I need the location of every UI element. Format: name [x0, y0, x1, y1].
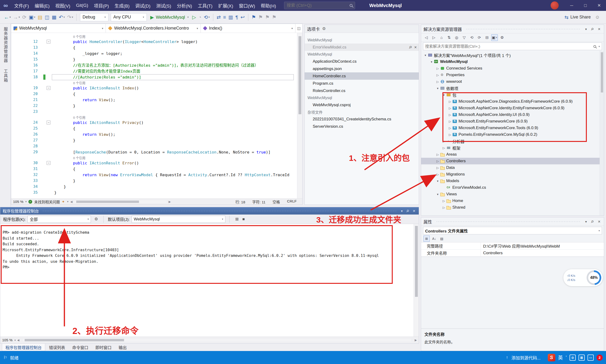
expander-icon[interactable]: ▷	[448, 106, 452, 110]
save-icon[interactable]: ◫	[43, 13, 51, 22]
home-icon[interactable]: ⌂	[438, 34, 445, 41]
tool-window-tab[interactable]: 输出	[115, 344, 130, 351]
net-speed-widget[interactable]: ↑0 K/s ↓0 K/s 48%	[563, 269, 603, 286]
menu-item[interactable]: 生成(B)	[112, 0, 132, 11]
code-line[interactable]: 13 {	[11, 45, 302, 51]
fold-collapse-icon[interactable]: −	[47, 86, 50, 90]
menu-item[interactable]: 分析(N)	[174, 0, 195, 11]
scrollbar-thumb[interactable]	[76, 201, 139, 203]
collapse-all-icon[interactable]: ⊟	[484, 34, 490, 41]
selected-object-dropdown[interactable]: Controllers 文件夹属性 ▾	[423, 227, 602, 234]
pending-changes-icon[interactable]: ◎	[453, 34, 460, 41]
code-line[interactable]: 16 //在方法名上方添加：[Authorize(Roles ="admin")…	[11, 63, 302, 68]
start-debugging-button[interactable]: ▶ WebMvcMysql ▾	[148, 13, 191, 22]
keyboard-icon[interactable]: ▦	[579, 354, 585, 361]
tree-item[interactable]: ErrorViewModel.cs	[421, 184, 604, 191]
tab-item[interactable]: WebMvcMysql.csproj	[305, 101, 419, 109]
menu-item[interactable]: 窗口(W)	[236, 0, 258, 11]
expander-icon[interactable]: ▷	[448, 133, 452, 136]
menu-item[interactable]: Git(G)	[73, 0, 91, 11]
comment-lines-icon[interactable]: ▥	[227, 13, 234, 22]
type-dropdown[interactable]: WebMvcMysql.Controllers.HomeContro ▾	[106, 24, 201, 33]
menu-item[interactable]: 项目(P)	[91, 0, 112, 11]
redo-icon[interactable]: ↷▾	[66, 13, 74, 22]
forward-icon[interactable]: ▷	[431, 34, 437, 41]
drag-handle[interactable]	[466, 28, 580, 30]
scrollbar-thumb[interactable]	[415, 226, 418, 297]
menu-item[interactable]: 工具(T)	[195, 0, 215, 11]
sogou-ime-icon[interactable]: S	[548, 354, 555, 361]
rail-tab[interactable]: 服务器资源管理器	[2, 27, 8, 63]
code-line[interactable]: 34 }	[11, 184, 302, 190]
expander-icon[interactable]: ▷	[435, 67, 440, 70]
expander-icon[interactable]: ▾	[442, 93, 446, 97]
package-source-dropdown[interactable]: 全部 ▾	[27, 216, 91, 223]
new-window-icon[interactable]: ▣▾	[28, 13, 37, 22]
scroll-left-icon[interactable]: ◀	[70, 200, 72, 203]
code-area[interactable]: 0 个引用12− public HomeController(ILogger<H…	[11, 33, 302, 198]
console-horizontal-scrollbar[interactable]	[23, 339, 411, 341]
tab-item[interactable]: ServerVersion.cs	[305, 123, 419, 130]
line-ending-indicator[interactable]: CRLF	[287, 199, 296, 204]
chevron-down-icon[interactable]: ▾	[584, 27, 588, 31]
scroll-left-icon[interactable]: ◀	[17, 338, 19, 342]
codelens-references[interactable]: 0 个引用	[73, 115, 85, 120]
pin-icon[interactable]: ⚲	[405, 208, 410, 214]
drag-handle[interactable]	[436, 221, 580, 222]
menu-item[interactable]: 视图(V)	[53, 0, 73, 11]
tree-item[interactable]: ▷Microsoft.AspNetCore.Identity.UI (6.0.9…	[421, 111, 604, 118]
tree-item[interactable]: ▷Properties	[421, 72, 604, 78]
code-line[interactable]: 27 }	[11, 137, 302, 143]
expander-icon[interactable]: ▷	[442, 199, 446, 203]
solution-search-input[interactable]	[425, 44, 592, 49]
tab-item[interactable]: Program.cs	[305, 80, 419, 87]
pin-icon[interactable]: ⚲	[589, 26, 595, 32]
menu-item[interactable]: 调试(D)	[132, 0, 153, 11]
tree-item[interactable]: ▾Models	[421, 178, 604, 184]
tree-item[interactable]: ▾解决方案"WebMvcMysql"(1 个项目/共 1 个)	[421, 52, 604, 58]
tree-item[interactable]: ▷wwwroot	[421, 78, 604, 85]
hot-reload-icon[interactable]: ⟲▾	[203, 13, 211, 22]
vs-logo-icon[interactable]: ∞	[0, 0, 11, 11]
next-bookmark-icon[interactable]: ⚑	[264, 13, 271, 22]
feedback-icon[interactable]: ☺	[595, 14, 600, 20]
expander-icon[interactable]: ▷	[435, 159, 440, 163]
tree-item[interactable]: ▷Migrations	[421, 171, 604, 178]
user-avatar[interactable]	[551, 1, 559, 10]
split-window-button[interactable]: ◫	[295, 24, 302, 33]
chevron-down-icon[interactable]: ▾	[400, 209, 404, 213]
quick-search-box[interactable]	[284, 2, 355, 9]
code-line[interactable]: 22 }	[11, 103, 302, 109]
switch-views-icon[interactable]: ⇅	[446, 34, 452, 41]
prev-bookmark-icon[interactable]: ⚑	[257, 13, 264, 22]
gear-icon[interactable]: ⚙	[322, 26, 326, 31]
tree-item[interactable]: ▷框架	[421, 144, 604, 151]
scrollbar-thumb[interactable]	[298, 36, 301, 114]
code-line[interactable]: 12− public HomeController(ILogger<HomeCo…	[11, 39, 302, 45]
open-folder-icon[interactable]: ▤	[37, 13, 43, 22]
expander-icon[interactable]: ▾	[423, 53, 428, 57]
tree-item[interactable]: ▷Connected Services	[421, 65, 604, 72]
tree-item[interactable]: ▾包	[421, 91, 604, 98]
health-check-icon[interactable]: ✓	[28, 200, 32, 204]
close-icon[interactable]: ✕	[412, 209, 416, 213]
clear-bookmarks-icon[interactable]: ⚑	[271, 13, 278, 22]
expander-icon[interactable]: ▷	[442, 206, 446, 209]
expander-icon[interactable]: ▾	[429, 60, 434, 64]
close-button[interactable]: ✕	[592, 0, 606, 11]
sync-with-active-document-icon[interactable]: ⟲	[469, 34, 475, 41]
forward-icon[interactable]: →▾	[12, 13, 21, 22]
clear-console-icon[interactable]: ⊠	[234, 216, 240, 222]
microphone-icon[interactable]: ◍	[569, 354, 576, 361]
properties-icon[interactable]: ⚙	[499, 34, 505, 41]
pin-icon[interactable]: ⚲	[589, 219, 595, 224]
tree-item[interactable]: ▷Home	[421, 197, 604, 204]
code-line[interactable]: 30− public IActionResult Error()	[11, 160, 302, 166]
codelens-references[interactable]: 0 个引用	[73, 80, 85, 85]
back-icon[interactable]: ◁	[423, 34, 430, 41]
console-title-bar[interactable]: 程序包管理器控制台 ▾ ⚲ ✕	[0, 207, 419, 215]
code-line[interactable]: 19− public IActionResult Index()	[11, 85, 302, 91]
code-line[interactable]: 31 {	[11, 166, 302, 172]
code-line[interactable]: 29 [ResponseCache(Duration = 0, Location…	[11, 149, 302, 155]
code-line[interactable]: 35}	[11, 190, 302, 195]
